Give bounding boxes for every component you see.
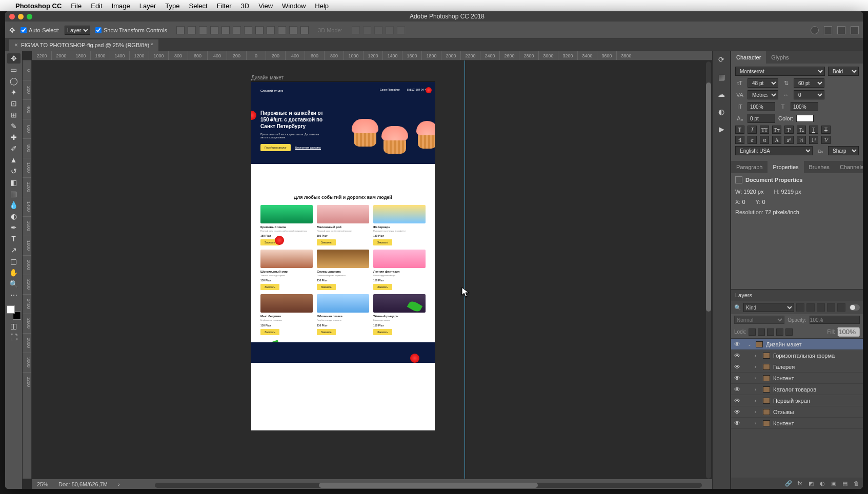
more-tools[interactable]: ⋯ [7, 290, 21, 300]
actions-panel-icon[interactable]: ▶ [716, 124, 726, 134]
workspace-icon[interactable] [824, 26, 832, 34]
disclosure-icon[interactable]: › [755, 409, 760, 415]
canvas[interactable]: Дизайн макет Сладкий сундук Санкт-Петерб… [32, 60, 712, 479]
menu-file[interactable]: File [71, 2, 82, 10]
menu-select[interactable]: Select [189, 2, 207, 10]
lock-trans-icon[interactable] [749, 328, 756, 336]
healing-tool[interactable]: ✚ [7, 132, 21, 142]
font-style-select[interactable]: Bold [828, 67, 859, 76]
magic-wand-tool[interactable]: ✦ [7, 87, 21, 97]
disclosure-icon[interactable]: › [755, 376, 760, 381]
menu-3d[interactable]: 3D [241, 2, 250, 10]
tab-brushes[interactable]: Brushes [804, 161, 835, 173]
tab-channels[interactable]: Channels [835, 161, 863, 173]
marquee-tool[interactable]: ▭ [7, 65, 21, 75]
gradient-tool[interactable]: ▦ [7, 189, 21, 199]
layer-row[interactable]: 👁 › Контент [731, 418, 863, 429]
menu-image[interactable]: Image [112, 2, 130, 10]
distribute-3-icon[interactable] [267, 26, 275, 34]
brush-tool[interactable]: ✐ [7, 143, 21, 154]
layer-row[interactable]: 👁 › Отзывы [731, 406, 863, 418]
move-tool-icon[interactable]: ✥ [9, 26, 15, 34]
ruler-vertical[interactable]: 0200400600800100012001400160018002000220… [23, 60, 32, 479]
blend-mode-select[interactable]: Normal [734, 316, 784, 324]
layer-row[interactable]: 👁 › Контент [731, 373, 863, 384]
zoom-tool[interactable]: 🔍 [7, 279, 21, 289]
disclosure-icon[interactable]: › [755, 398, 760, 403]
filter-smart-icon[interactable] [837, 303, 845, 312]
allcaps-button[interactable]: TT [760, 126, 769, 134]
color-swatches[interactable] [7, 305, 21, 320]
lock-artboard-icon[interactable] [776, 328, 783, 336]
arrange-icon[interactable] [837, 26, 845, 34]
scrollbar-vertical[interactable] [706, 61, 711, 479]
zoom-value[interactable]: 25% [37, 481, 48, 487]
menu-help[interactable]: Help [315, 2, 329, 10]
lock-pos-icon[interactable] [767, 328, 774, 336]
delete-layer-icon[interactable]: 🗑 [853, 480, 860, 487]
layers-tree[interactable]: 👁 ⌄ Дизайн макет👁 › Горизонтальная форма… [731, 339, 863, 478]
visibility-icon[interactable]: 👁 [734, 363, 741, 370]
guide[interactable] [465, 60, 465, 479]
hscale-input[interactable] [791, 102, 818, 111]
align-bottom-icon[interactable] [233, 26, 241, 34]
document-tab[interactable]: × FIGMA TO PHOTOSHOP-fig.psd @ 25% (RGB/… [9, 39, 158, 51]
menu-filter[interactable]: Filter [217, 2, 232, 10]
move-tool[interactable]: ✥ [7, 53, 21, 64]
tracking-select[interactable]: 0 [794, 90, 824, 99]
foreground-color[interactable] [7, 305, 15, 314]
smallcaps-button[interactable]: Tᴛ [772, 126, 781, 134]
align-center-v-icon[interactable] [221, 26, 230, 34]
filter-toggle[interactable] [850, 304, 860, 311]
ornaments-button[interactable]: 1ˢ [809, 136, 818, 144]
italic-button[interactable]: T [748, 126, 757, 134]
menu-edit[interactable]: Edit [91, 2, 102, 10]
language-select[interactable]: English: USA [735, 146, 813, 155]
menu-view[interactable]: View [258, 2, 273, 10]
leading-select[interactable]: 60 pt [794, 78, 824, 88]
layer-row[interactable]: 👁 › Галерея [731, 361, 863, 373]
lasso-tool[interactable]: ◯ [7, 76, 21, 86]
layers-panel-header[interactable]: Layers [731, 289, 863, 301]
history-panel-icon[interactable]: ⟳ [716, 54, 726, 65]
ligature-button[interactable]: fi [735, 136, 744, 144]
fill-input[interactable] [837, 327, 860, 337]
frame-tool[interactable]: ⊞ [7, 110, 21, 120]
adjustment-layer-icon[interactable]: ◐ [819, 480, 826, 487]
underline-button[interactable]: T [809, 126, 818, 134]
visibility-icon[interactable]: 👁 [734, 420, 741, 427]
bold-button[interactable]: T [735, 126, 744, 134]
filter-type-icon[interactable] [817, 303, 825, 312]
menu-type[interactable]: Type [165, 2, 179, 10]
layer-row[interactable]: 👁 › Первый экран [731, 395, 863, 406]
distribute-v-icon[interactable] [255, 26, 264, 34]
text-color-chip[interactable] [796, 115, 814, 122]
canvas-area[interactable]: 2200200018001600140012001000800600400200… [23, 51, 712, 489]
opacity-input[interactable] [810, 316, 860, 324]
rectangle-tool[interactable]: ▢ [7, 256, 21, 266]
status-arrow-icon[interactable]: › [118, 481, 120, 487]
tab-paragraph[interactable]: Paragraph [731, 161, 768, 173]
strike-button[interactable]: T [821, 126, 831, 134]
app-name[interactable]: Photoshop CC [15, 2, 62, 10]
lock-all-icon[interactable] [785, 328, 793, 336]
fractions-button[interactable]: ½ [797, 136, 806, 144]
maximize-button[interactable] [27, 14, 32, 19]
search-icon[interactable] [811, 26, 819, 34]
titling-button[interactable]: A [772, 136, 781, 144]
disclosure-icon[interactable]: › [755, 387, 760, 392]
discretionary-button[interactable]: ⅟ [821, 136, 831, 144]
visibility-icon[interactable]: 👁 [734, 408, 741, 416]
auto-select-checkbox[interactable]: Auto-Select: [21, 27, 59, 33]
path-tool[interactable]: ↗ [7, 245, 21, 255]
antialias-select[interactable]: Sharp [828, 146, 859, 155]
close-button[interactable] [9, 14, 15, 19]
new-layer-icon[interactable]: ▤ [841, 480, 849, 487]
visibility-icon[interactable]: 👁 [734, 386, 741, 393]
align-right-icon[interactable] [199, 26, 207, 34]
visibility-icon[interactable]: 👁 [734, 352, 741, 359]
visibility-icon[interactable]: 👁 [734, 375, 741, 382]
eyedropper-tool[interactable]: ✎ [7, 121, 21, 131]
vscale-input[interactable] [748, 102, 775, 111]
crop-tool[interactable]: ⊡ [7, 98, 21, 109]
